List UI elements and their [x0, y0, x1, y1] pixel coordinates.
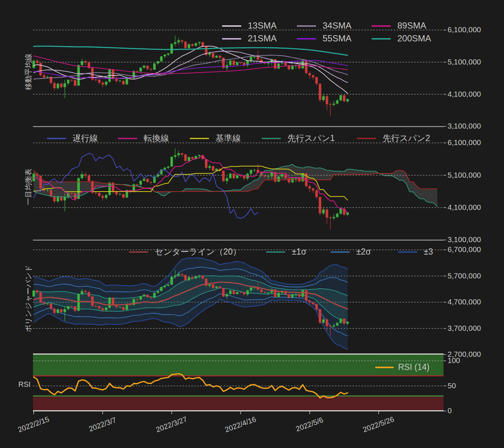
y-tick-label: 5,100,000 [448, 171, 481, 179]
legend-label: 先行スパン2 [383, 133, 430, 143]
legend-label: 先行スパン1 [287, 133, 335, 143]
legend-label: センターライン（20） [155, 247, 241, 256]
x-tick-label: 2022/2/15 [17, 415, 50, 434]
candlesticks [33, 36, 349, 116]
y-tick-label: 4,100,000 [448, 90, 481, 98]
legend-label: 55SMA [323, 33, 352, 43]
legend-label: ±1σ [292, 247, 306, 256]
rsi-oversold-zone [33, 396, 444, 411]
panel-title-ichimoku: 一目均衡表 [23, 169, 33, 205]
legend-label: 13SMA [248, 21, 277, 30]
y-tick-label: 5,700,000 [448, 271, 481, 280]
legend-label: 200SMA [397, 33, 431, 43]
y-tick-label: 50 [448, 381, 456, 390]
y-tick-label: 4,100,000 [448, 203, 481, 211]
panel-title-moving-averages: 移動平均線 [23, 53, 33, 90]
legend-label: 遅行線 [73, 133, 98, 143]
chart-canvas: RSI (14)6,100,0005,100,0004,100,0003,100… [0, 0, 504, 448]
y-tick-label: 100 [448, 356, 460, 364]
y-tick-label: 3,700,000 [448, 324, 481, 332]
y-tick-label: 6,100,000 [448, 138, 481, 147]
y-tick-label: 0 [448, 406, 452, 415]
rsi-overbought-zone [33, 354, 444, 376]
y-tick-label: 5,100,000 [448, 58, 481, 66]
x-tick-label: 2022/3/7 [88, 416, 117, 433]
legend-label: 34SMA [323, 21, 352, 30]
legend-label: ±3 [424, 247, 433, 256]
x-tick-label: 2022/3/27 [155, 415, 188, 434]
legend-label: 89SMA [397, 21, 426, 30]
legend-label: 基準線 [216, 133, 241, 143]
x-tick-label: 2022/4/16 [224, 415, 257, 434]
x-tick-label: 2022/5/6 [295, 416, 324, 433]
rsi-legend-label: RSI (14) [398, 362, 430, 372]
y-tick-label: 3,100,000 [448, 235, 481, 244]
legend-label: 21SMA [248, 33, 277, 43]
panel-title-rsi: RSI [18, 380, 30, 389]
legend-label: ±2σ [356, 247, 371, 256]
x-tick-label: 2022/5/26 [362, 415, 395, 434]
y-tick-label: 6,100,000 [448, 25, 481, 34]
technical-analysis-chart: RSI (14)6,100,0005,100,0004,100,0003,100… [0, 0, 504, 448]
y-tick-label: 6,700,000 [448, 245, 481, 253]
y-tick-label: 3,100,000 [448, 122, 481, 130]
legend-label: 転換線 [144, 133, 169, 143]
panel-title-bollinger: ボリンジャーバンド [23, 265, 33, 332]
y-tick-label: 4,700,000 [448, 297, 481, 306]
